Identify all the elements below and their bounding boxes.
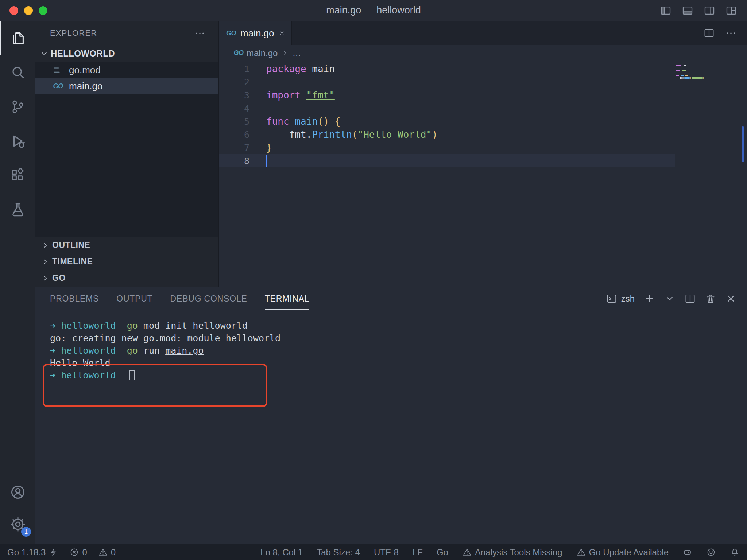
- status-copilot[interactable]: [682, 547, 692, 557]
- close-tab-icon[interactable]: [279, 28, 285, 38]
- minimap[interactable]: [676, 65, 736, 85]
- status-go-version[interactable]: Go 1.18.3: [7, 547, 58, 557]
- warning-icon: [98, 547, 108, 557]
- code-line-5[interactable]: 5func main() {: [219, 115, 747, 128]
- kill-terminal[interactable]: [705, 293, 716, 304]
- activity-bar-top: [0, 21, 35, 227]
- minimize-button[interactable]: [24, 6, 33, 15]
- activity-settings[interactable]: 1: [0, 508, 35, 540]
- split-terminal[interactable]: [684, 293, 696, 304]
- code-link[interactable]: "fmt": [306, 90, 335, 101]
- ellipsis-icon[interactable]: [194, 28, 205, 39]
- line-number-8[interactable]: 8: [219, 156, 266, 166]
- line-number-4[interactable]: 4: [219, 103, 266, 114]
- folder-helloworld[interactable]: HELLOWORLD: [35, 45, 218, 62]
- status-analysis-tools[interactable]: Analysis Tools Missing: [462, 547, 562, 557]
- code-token: main: [312, 63, 335, 74]
- line-number-6[interactable]: 6: [219, 129, 266, 140]
- line-number-5[interactable]: 5: [219, 116, 266, 127]
- split-icon[interactable]: [703, 27, 715, 39]
- panel-tab-terminal[interactable]: TERMINAL: [265, 287, 310, 310]
- code-line-6[interactable]: 6 fmt.Println("Hello World"): [219, 128, 747, 141]
- terminal-token: go: [127, 320, 138, 331]
- status-eol[interactable]: LF: [413, 547, 423, 557]
- minimap-line: [676, 80, 736, 81]
- activity-source-control[interactable]: [0, 90, 35, 124]
- traffic-lights: [9, 6, 47, 15]
- zoom-button[interactable]: [39, 6, 47, 15]
- toggle-secondary-sidebar-icon[interactable]: [703, 4, 716, 17]
- code-token: func: [266, 116, 289, 127]
- code-token: Println: [312, 129, 352, 140]
- status-feedback[interactable]: [706, 547, 716, 557]
- breadcrumb-symbol[interactable]: …: [292, 48, 301, 58]
- file-tree: go.modGOmain.go: [35, 62, 218, 237]
- section-go[interactable]: GO: [35, 270, 218, 286]
- panel-tab-output[interactable]: OUTPUT: [116, 287, 152, 310]
- section-outline[interactable]: OUTLINE: [35, 237, 218, 253]
- go-file-icon: GO: [226, 27, 236, 39]
- activity-run-debug[interactable]: [0, 124, 35, 158]
- close-panel[interactable]: [725, 293, 737, 304]
- activity-search[interactable]: [0, 55, 35, 90]
- code-line-4[interactable]: 4: [219, 102, 747, 115]
- new-terminal[interactable]: [643, 293, 655, 304]
- line-number-3[interactable]: 3: [219, 90, 266, 101]
- toggle-sidebar-icon[interactable]: [659, 4, 672, 17]
- terminal[interactable]: ➜ helloworld go mod init helloworldgo: c…: [35, 310, 747, 544]
- code-line-1[interactable]: 1package main: [219, 62, 747, 75]
- status-notifications[interactable]: [730, 547, 740, 557]
- status-go-update[interactable]: Go Update Available: [576, 547, 669, 557]
- code-editor[interactable]: 1package main23import "fmt"45func main()…: [219, 61, 747, 287]
- status-bar: Go 1.18.300 Ln 8, Col 1Tab Size: 4UTF-8L…: [0, 544, 747, 560]
- activity-explorer[interactable]: [0, 21, 35, 55]
- terminal-profile[interactable]: zsh: [606, 293, 635, 304]
- code-line-2[interactable]: 2: [219, 75, 747, 89]
- status-cursor-position[interactable]: Ln 8, Col 1: [260, 547, 303, 557]
- status-label: UTF-8: [374, 547, 399, 557]
- line-number-7[interactable]: 7: [219, 143, 266, 153]
- line-number-1[interactable]: 1: [219, 64, 266, 74]
- status-label: LF: [413, 547, 423, 557]
- code-text: import "fmt": [266, 90, 335, 101]
- minimap-line: [676, 72, 736, 74]
- code-line-7[interactable]: 7}: [219, 141, 747, 154]
- terminal-icon: [606, 293, 618, 304]
- minimap-line: [676, 75, 736, 76]
- activity-accounts[interactable]: [0, 476, 35, 508]
- status-encoding[interactable]: UTF-8: [374, 547, 399, 557]
- panel-tab-problems[interactable]: PROBLEMS: [50, 287, 99, 310]
- toggle-panel-icon[interactable]: [681, 4, 694, 17]
- terminal-token: ➜: [50, 320, 55, 331]
- status-right: Ln 8, Col 1Tab Size: 4UTF-8LFGoAnalysis …: [260, 547, 740, 557]
- status-language-mode[interactable]: Go: [437, 547, 448, 557]
- terminal-file-link[interactable]: main.go: [165, 345, 204, 356]
- file-go-mod[interactable]: go.mod: [35, 62, 218, 78]
- file-main-go[interactable]: GOmain.go: [35, 78, 218, 94]
- line-number-2[interactable]: 2: [219, 77, 266, 88]
- editor-tabbar: GO main.go: [219, 21, 747, 45]
- tab-label: main.go: [240, 28, 274, 39]
- activity-extensions[interactable]: [0, 158, 35, 192]
- activity-testing[interactable]: [0, 192, 35, 227]
- terminal-token: go: [127, 345, 138, 356]
- chevron-right-icon: [40, 273, 50, 283]
- panel-tab-debug-console[interactable]: DEBUG CONSOLE: [170, 287, 247, 310]
- code-token: ): [432, 129, 438, 140]
- ellipsis-icon[interactable]: [725, 27, 737, 39]
- editor-cursor: [266, 155, 267, 167]
- code-line-8[interactable]: 8: [219, 154, 675, 167]
- status-problems-errors[interactable]: 0: [69, 547, 87, 557]
- status-indentation[interactable]: Tab Size: 4: [317, 547, 360, 557]
- tab-main-go[interactable]: GO main.go: [219, 21, 292, 45]
- breadcrumb-file[interactable]: main.go: [247, 48, 278, 58]
- terminal-dropdown[interactable]: [664, 293, 676, 304]
- status-problems-warnings[interactable]: 0: [98, 547, 116, 557]
- customize-layout-icon[interactable]: [725, 4, 738, 17]
- terminal-line-2: go: creating new go.mod: module hellowor…: [50, 332, 747, 344]
- section-timeline[interactable]: TIMELINE: [35, 253, 218, 270]
- minimap-line: [676, 77, 736, 79]
- scrollbar-thumb[interactable]: [742, 126, 744, 162]
- code-line-3[interactable]: 3import "fmt": [219, 89, 747, 102]
- close-button[interactable]: [9, 6, 18, 15]
